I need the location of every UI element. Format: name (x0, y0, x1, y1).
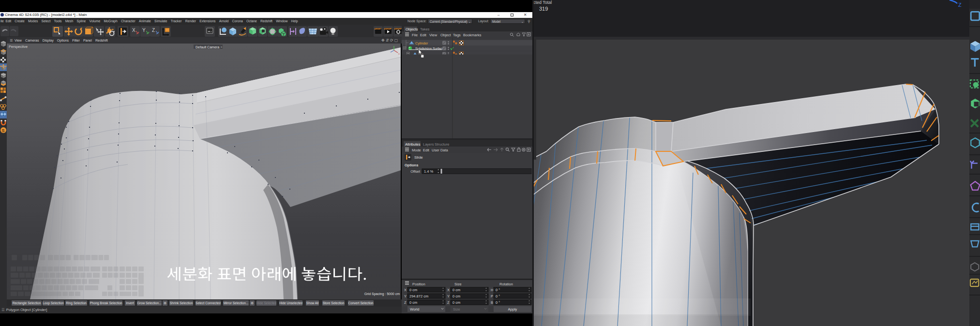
svg-text:Z: Z (404, 300, 407, 305)
svg-text:Y: Y (404, 294, 407, 298)
svg-text:Cylinder: Cylinder (415, 41, 428, 45)
svg-text:Z: Z (152, 28, 155, 33)
svg-text::•: :• (220, 45, 222, 48)
svg-text:View: View (429, 33, 437, 37)
svg-text:Objects: Objects (406, 27, 418, 31)
svg-text:Apply: Apply (508, 307, 517, 311)
svg-text:X: X (447, 288, 450, 292)
svg-text:Position: Position (412, 282, 425, 286)
svg-text:Y: Y (447, 294, 450, 298)
svg-text:User Data: User Data (432, 148, 449, 152)
svg-text:0 °: 0 ° (496, 294, 500, 298)
svg-text:319: 319 (539, 6, 548, 12)
svg-text:X: X (132, 28, 136, 33)
svg-text:0 °: 0 ° (496, 300, 500, 305)
svg-text:1.4 %: 1.4 % (424, 169, 434, 174)
svg-text:Structure: Structure (435, 142, 449, 147)
svg-text:File: File (412, 33, 418, 37)
svg-text:0 cm: 0 cm (452, 288, 460, 292)
svg-text:Size: Size (454, 282, 462, 286)
svg-text:0 cm: 0 cm (452, 300, 460, 305)
svg-text:H: H (491, 288, 493, 292)
svg-text:0 °: 0 ° (496, 288, 500, 292)
svg-text:cted Total: cted Total (533, 0, 552, 5)
svg-text:Mode: Mode (412, 148, 421, 152)
svg-text:World: World (410, 307, 419, 311)
svg-text:0 cm: 0 cm (452, 294, 460, 298)
svg-text:Perspective: Perspective (9, 44, 28, 49)
svg-text:Z: Z (447, 300, 450, 305)
svg-text:Attributes: Attributes (405, 142, 421, 147)
svg-text:Bookmarks: Bookmarks (463, 33, 482, 37)
svg-text:Edit: Edit (420, 33, 427, 37)
svg-text:0 cm: 0 cm (409, 288, 417, 292)
svg-text:Takes: Takes (420, 27, 430, 31)
svg-text:Options: Options (405, 163, 418, 167)
svg-text:Tags: Tags (453, 33, 461, 37)
svg-text:Y: Y (142, 28, 146, 33)
svg-text:Slide: Slide (414, 155, 423, 160)
svg-text:Default Camera: Default Camera (196, 45, 219, 49)
svg-text:Grid Spacing : 5000 cm: Grid Spacing : 5000 cm (364, 292, 400, 296)
svg-text:0 cm: 0 cm (409, 300, 417, 305)
svg-text:Object: Object (440, 33, 452, 37)
svg-text:Layers: Layers (423, 142, 434, 147)
svg-text:Offset: Offset (410, 169, 421, 174)
svg-text:Size: Size (453, 307, 460, 311)
svg-text:Z: Z (958, 2, 962, 8)
svg-text:294.872 cm: 294.872 cm (409, 294, 428, 298)
svg-text:Edit: Edit (423, 148, 430, 152)
svg-text:X: X (404, 288, 407, 292)
svg-text:P: P (491, 294, 493, 298)
svg-text:B: B (491, 300, 493, 305)
svg-text:Rotation: Rotation (499, 282, 513, 286)
svg-text:S: S (2, 128, 5, 133)
svg-text:x: x (398, 52, 400, 55)
